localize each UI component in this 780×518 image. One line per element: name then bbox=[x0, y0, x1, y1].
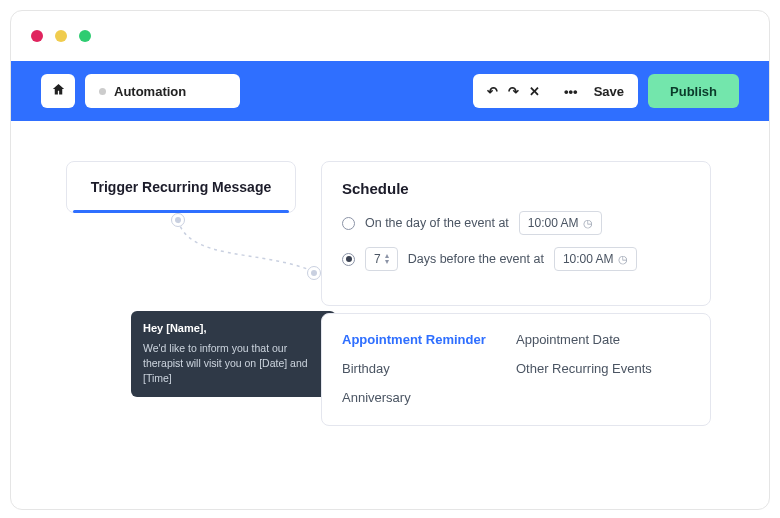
more-icon[interactable]: ••• bbox=[564, 84, 578, 99]
days-before-label: Days before the event at bbox=[408, 252, 544, 266]
on-day-time-value: 10:00 AM bbox=[528, 216, 579, 230]
message-preview-tooltip: Hey [Name], We'd like to inform you that… bbox=[131, 311, 336, 397]
schedule-option-days-before[interactable]: 7 ▴▾ Days before the event at 10:00 AM ◷ bbox=[342, 247, 690, 271]
app-window: Automation ↶ ↷ ✕ ••• Save Publish Trigge… bbox=[10, 10, 770, 510]
on-day-label: On the day of the event at bbox=[365, 216, 509, 230]
toolbar-actions: ↶ ↷ ✕ ••• Save bbox=[473, 74, 638, 108]
save-button[interactable]: Save bbox=[594, 84, 624, 99]
trigger-node-title: Trigger Recurring Message bbox=[91, 179, 272, 195]
home-button[interactable] bbox=[41, 74, 75, 108]
tooltip-body: We'd like to inform you that our therapi… bbox=[143, 341, 324, 387]
window-titlebar bbox=[11, 11, 769, 61]
minimize-window-dot[interactable] bbox=[55, 30, 67, 42]
close-icon[interactable]: ✕ bbox=[529, 84, 540, 99]
workflow-title-input[interactable]: Automation bbox=[85, 74, 240, 108]
on-day-time-picker[interactable]: 10:00 AM ◷ bbox=[519, 211, 602, 235]
connector-line bbox=[178, 220, 318, 280]
publish-button[interactable]: Publish bbox=[648, 74, 739, 108]
connection-port-in[interactable] bbox=[307, 266, 321, 280]
schedule-panel: Schedule On the day of the event at 10:0… bbox=[321, 161, 711, 306]
days-before-time-value: 10:00 AM bbox=[563, 252, 614, 266]
days-before-time-picker[interactable]: 10:00 AM ◷ bbox=[554, 247, 637, 271]
undo-icon[interactable]: ↶ bbox=[487, 84, 498, 99]
close-window-dot[interactable] bbox=[31, 30, 43, 42]
home-icon bbox=[51, 82, 66, 100]
maximize-window-dot[interactable] bbox=[79, 30, 91, 42]
event-option-anniversary[interactable]: Anniversary bbox=[342, 390, 516, 405]
divider bbox=[550, 84, 554, 99]
event-option-appointment-reminder[interactable]: Appointment Reminder bbox=[342, 332, 516, 347]
radio-on-day[interactable] bbox=[342, 217, 355, 230]
radio-days-before[interactable] bbox=[342, 253, 355, 266]
event-option-appointment-date[interactable]: Appointment Date bbox=[516, 332, 690, 347]
days-before-value: 7 bbox=[374, 252, 381, 266]
trigger-node[interactable]: Trigger Recurring Message bbox=[66, 161, 296, 213]
event-option-birthday[interactable]: Birthday bbox=[342, 361, 516, 376]
tooltip-title: Hey [Name], bbox=[143, 321, 324, 337]
days-before-stepper[interactable]: 7 ▴▾ bbox=[365, 247, 398, 271]
event-type-panel: Appointment Reminder Appointment Date Bi… bbox=[321, 313, 711, 426]
workflow-title-text: Automation bbox=[114, 84, 186, 99]
event-option-other-recurring[interactable]: Other Recurring Events bbox=[516, 361, 690, 376]
clock-icon: ◷ bbox=[618, 253, 628, 266]
canvas[interactable]: Trigger Recurring Message Schedule On th… bbox=[11, 121, 769, 509]
toolbar: Automation ↶ ↷ ✕ ••• Save Publish bbox=[11, 61, 769, 121]
publish-label: Publish bbox=[670, 84, 717, 99]
schedule-option-on-day[interactable]: On the day of the event at 10:00 AM ◷ bbox=[342, 211, 690, 235]
connection-port-out[interactable] bbox=[171, 213, 185, 227]
clock-icon: ◷ bbox=[583, 217, 593, 230]
schedule-title: Schedule bbox=[342, 180, 690, 197]
stepper-arrows-icon: ▴▾ bbox=[385, 253, 389, 265]
redo-icon[interactable]: ↷ bbox=[508, 84, 519, 99]
status-dot-icon bbox=[99, 88, 106, 95]
